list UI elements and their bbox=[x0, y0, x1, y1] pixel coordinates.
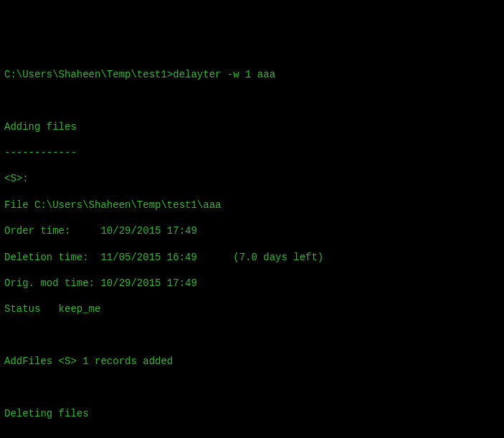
command-input[interactable]: delayter -w 1 aaa bbox=[173, 69, 275, 80]
blank-line bbox=[4, 94, 500, 107]
addfiles-result: AddFiles <S> 1 records added bbox=[4, 355, 500, 368]
blank-line bbox=[4, 381, 500, 394]
marker-line: <S>: bbox=[4, 172, 500, 185]
orig-mod-time-line: Orig. mod time: 10/29/2015 17:49 bbox=[4, 277, 500, 290]
divider: ------------ bbox=[4, 146, 500, 159]
adding-files-header: Adding files bbox=[4, 120, 500, 133]
deleting-files-header: Deleting files bbox=[4, 407, 500, 420]
deletion-time-line: Deletion time: 11/05/2015 16:49 (7.0 day… bbox=[4, 251, 500, 264]
status-line: Status keep_me bbox=[4, 303, 500, 315]
prompt: C:\Users\Shaheen\Temp\test1> bbox=[4, 69, 173, 80]
prompt-line-1[interactable]: C:\Users\Shaheen\Temp\test1>delayter -w … bbox=[4, 68, 500, 81]
blank-line bbox=[4, 329, 500, 342]
terminal-output: C:\Users\Shaheen\Temp\test1>delayter -w … bbox=[4, 55, 500, 438]
file-path-line: File C:\Users\Shaheen\Temp\test1\aaa bbox=[4, 199, 500, 211]
order-time-line: Order time: 10/29/2015 17:49 bbox=[4, 224, 500, 237]
divider: -------------- bbox=[4, 433, 500, 438]
